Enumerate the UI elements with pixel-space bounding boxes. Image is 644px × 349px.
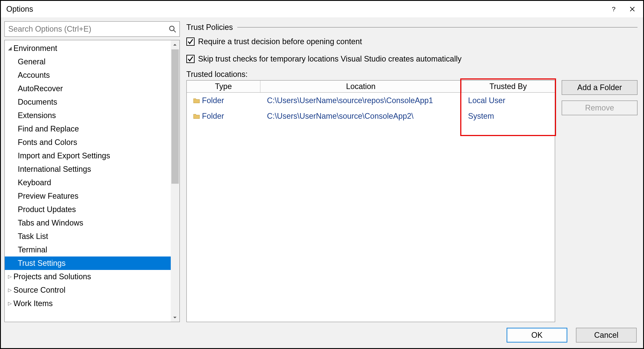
tree-item-fonts-colors[interactable]: Fonts and Colors [5,136,180,149]
tree-item-preview-features[interactable]: Preview Features [5,189,180,203]
search-input[interactable] [8,24,168,34]
trusted-locations-grid[interactable]: Type Location Trusted By Folder C:\Users… [186,80,555,322]
check-require-label: Require a trust decision before opening … [198,37,362,46]
svg-point-2 [170,26,174,31]
tree-item-find-replace[interactable]: Find and Replace [5,122,180,136]
check-icon [188,56,194,62]
folder-icon [193,113,200,119]
tree-item-international[interactable]: International Settings [5,162,180,176]
trusted-locations-label: Trusted locations: [186,70,638,79]
tree-item-autorecover[interactable]: AutoRecover [5,82,180,95]
table-row[interactable]: Folder C:\Users\UserName\source\repos\Co… [187,93,555,108]
search-box[interactable] [4,21,180,37]
column-trustedby[interactable]: Trusted By [462,80,555,92]
cell-trustedby: Local User [462,96,555,105]
folder-icon [193,98,200,103]
tree-item-accounts[interactable]: Accounts [5,68,180,82]
group-title: Trust Policies [186,23,233,32]
close-button[interactable] [624,2,640,16]
tree-item-import-export[interactable]: Import and Export Settings [5,149,180,162]
check-require-trust[interactable]: Require a trust decision before opening … [186,35,638,48]
dialog-body: ◢ Environment General Accounts AutoRecov… [1,17,643,322]
tree-item-extensions[interactable]: Extensions [5,109,180,122]
scroll-thumb[interactable] [172,50,179,184]
caret-right-icon: ▷ [7,274,12,280]
cell-location: C:\Users\UserName\source\ConsoleApp2\ [260,112,462,121]
tree-item-work-items[interactable]: ▷Work Items [5,297,180,310]
options-tree: ◢ Environment General Accounts AutoRecov… [4,40,180,322]
caret-right-icon: ▷ [7,287,12,293]
column-location[interactable]: Location [260,80,462,92]
side-buttons: Add a Folder Remove [562,80,638,322]
tree-item-environment[interactable]: ◢ Environment [5,42,180,55]
tree-list: ◢ Environment General Accounts AutoRecov… [5,40,180,312]
titlebar: Options ? [1,1,643,17]
tree-item-projects-solutions[interactable]: ▷Projects and Solutions [5,270,180,283]
tree-item-keyboard[interactable]: Keyboard [5,176,180,189]
cell-trustedby: System [462,112,555,121]
locations-area: Type Location Trusted By Folder C:\Users… [186,80,638,322]
add-folder-button[interactable]: Add a Folder [562,80,638,95]
tree-item-source-control[interactable]: ▷Source Control [5,283,180,297]
cell-type: Folder [187,96,260,105]
tree-item-trust-settings[interactable]: Trust Settings [5,256,180,270]
help-button[interactable]: ? [606,2,622,16]
grid-body: Folder C:\Users\UserName\source\repos\Co… [187,93,555,322]
cell-type: Folder [187,112,260,121]
check-skip-label: Skip trust checks for temporary location… [198,54,462,64]
group-divider [237,27,638,28]
tree-item-tabs-windows[interactable]: Tabs and Windows [5,216,180,230]
caret-down-icon: ◢ [7,46,12,51]
dialog-footer: OK Cancel [1,322,643,348]
close-icon [630,6,635,12]
tree-item-task-list[interactable]: Task List [5,230,180,243]
left-panel: ◢ Environment General Accounts AutoRecov… [4,21,180,322]
check-skip-temp[interactable]: Skip trust checks for temporary location… [186,52,638,66]
search-icon [168,25,176,33]
column-type[interactable]: Type [187,80,260,92]
right-panel: Trust Policies Require a trust decision … [186,21,638,322]
cell-location: C:\Users\UserName\source\repos\ConsoleAp… [260,96,462,105]
scroll-down-icon[interactable]: ⏷ [171,313,180,322]
checkbox-skip[interactable] [186,55,194,63]
checkbox-require[interactable] [186,38,194,46]
cancel-button[interactable]: Cancel [576,328,637,342]
options-window: Options ? ◢ Environment General Accounts [0,0,644,349]
svg-line-3 [174,30,176,32]
tree-item-product-updates[interactable]: Product Updates [5,203,180,216]
tree-item-documents[interactable]: Documents [5,95,180,109]
scroll-up-icon[interactable]: ⏶ [171,40,180,49]
table-row[interactable]: Folder C:\Users\UserName\source\ConsoleA… [187,108,555,124]
check-icon [188,38,194,45]
caret-right-icon: ▷ [7,301,12,306]
window-title: Options [6,4,603,14]
grid-header: Type Location Trusted By [187,80,555,93]
ok-button[interactable]: OK [506,328,567,342]
group-header: Trust Policies [186,22,638,32]
tree-item-terminal[interactable]: Terminal [5,243,180,256]
tree-item-general[interactable]: General [5,55,180,68]
remove-button: Remove [562,100,638,115]
tree-scrollbar[interactable]: ⏶ ⏷ [171,40,180,322]
